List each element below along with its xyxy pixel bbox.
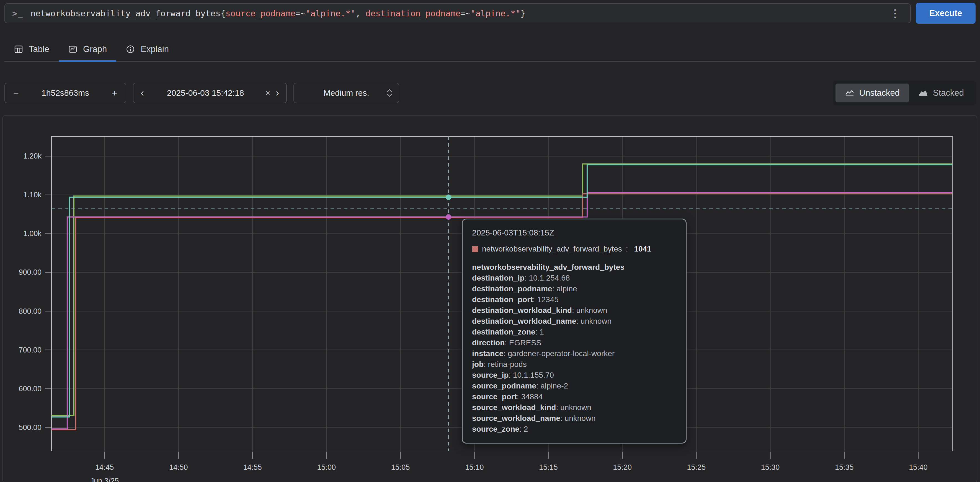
- tooltip-label-row: source_ip: 10.1.155.70: [472, 369, 676, 381]
- increase-range-button[interactable]: +: [110, 88, 119, 98]
- tooltip-label-row: destination_podname: alpine: [472, 283, 676, 294]
- tooltip-label-row: source_port: 34884: [472, 391, 676, 402]
- highlight-point: [446, 214, 451, 220]
- previous-time-button[interactable]: ‹: [139, 88, 146, 98]
- query-input[interactable]: >_ networkobservability_adv_forward_byte…: [5, 3, 911, 23]
- info-icon: [126, 44, 135, 54]
- query-segment-plain: networkobservability_adv_forward_bytes{: [30, 9, 225, 18]
- unstacked-label: Unstacked: [859, 88, 900, 98]
- query-segment-string: "alpine.*": [471, 9, 521, 18]
- x-axis-date-label: Jun 3/25: [90, 477, 119, 482]
- terminal-prompt-icon: >_: [12, 9, 23, 18]
- decrease-range-button[interactable]: −: [12, 88, 21, 98]
- highlight-point: [446, 195, 451, 200]
- graph-controls: − 1h52s863ms + ‹ 2025-06-03 15:42:18 × ›…: [0, 81, 980, 105]
- tab-explain[interactable]: Explain: [116, 36, 178, 62]
- unstacked-option[interactable]: Unstacked: [835, 84, 909, 102]
- y-tick-label: 800.00: [19, 307, 41, 316]
- tab-graph[interactable]: Graph: [59, 36, 116, 62]
- y-tick-label: 500.00: [19, 423, 41, 432]
- tab-table-label: Table: [29, 44, 49, 54]
- execute-button[interactable]: Execute: [916, 3, 975, 24]
- tab-explain-label: Explain: [141, 44, 169, 54]
- tooltip-label-list: destination_ip: 10.1.254.68destination_p…: [472, 273, 676, 434]
- query-segment-label: destination_podname: [366, 9, 460, 18]
- x-tick-label: 15:20: [613, 463, 632, 471]
- tooltip-label-row: destination_ip: 10.1.254.68: [472, 273, 676, 283]
- end-time-value[interactable]: 2025-06-03 15:42:18: [150, 88, 261, 98]
- y-tick-label: 700.00: [19, 346, 41, 354]
- y-tick-label: 1.00k: [23, 229, 42, 238]
- active-tab-underline: [59, 60, 116, 62]
- tooltip-label-row: destination_workload_name: unknown: [472, 316, 676, 327]
- range-duration-input[interactable]: − 1h52s863ms +: [5, 83, 126, 103]
- x-tick-label: 14:45: [95, 463, 114, 471]
- x-tick-label: 15:35: [835, 463, 854, 471]
- y-tick-label: 1.20k: [23, 152, 42, 160]
- y-tick-label: 1.10k: [23, 191, 42, 199]
- query-segment-plain: }: [520, 9, 525, 18]
- tab-graph-label: Graph: [83, 44, 107, 54]
- resolution-select[interactable]: Medium res.: [293, 83, 399, 103]
- tooltip-label-row: job: retina-pods: [472, 359, 676, 369]
- x-tick-label: 14:55: [243, 463, 262, 471]
- x-tick-label: 15:00: [317, 463, 336, 471]
- tooltip-label-row: direction: EGRESS: [472, 337, 676, 348]
- tooltip-series-name: networkobservability_adv_forward_bytes: [482, 244, 622, 254]
- resolution-value: Medium res.: [323, 88, 369, 98]
- tab-table[interactable]: Table: [5, 36, 59, 62]
- x-tick-label: 14:50: [169, 463, 188, 471]
- query-segment-label: source_podname: [226, 9, 296, 18]
- tooltip-label-row: destination_zone: 1: [472, 327, 676, 337]
- query-segment-string: "alpine.*": [305, 9, 356, 18]
- query-segment-plain: =~: [460, 9, 470, 18]
- tooltip-label-row: instance: gardener-operator-local-worker: [472, 348, 676, 359]
- tooltip-separator: :: [626, 244, 630, 254]
- x-tick-label: 15:15: [539, 463, 558, 471]
- tooltip-series-value: networkobservability_adv_forward_bytes: …: [472, 244, 676, 254]
- y-tick-label: 900.00: [19, 268, 41, 276]
- tooltip-metric-name: networkobservability_adv_forward_bytes: [472, 262, 676, 273]
- y-tick-label: 600.00: [19, 385, 41, 393]
- query-bar: >_ networkobservability_adv_forward_byte…: [0, 0, 980, 24]
- tooltip-label-row: source_workload_kind: unknown: [472, 402, 676, 413]
- x-tick-label: 15:30: [761, 463, 780, 471]
- series-color-swatch: [472, 246, 478, 252]
- chart-tooltip: 2025-06-03T15:08:15Z networkobservabilit…: [462, 219, 687, 444]
- x-tick-label: 15:05: [391, 463, 410, 471]
- next-time-button[interactable]: ›: [274, 88, 281, 98]
- tooltip-label-row: destination_workload_kind: unknown: [472, 305, 676, 316]
- x-tick-label: 15:40: [909, 463, 928, 471]
- tooltip-label-row: source_podname: alpine-2: [472, 381, 676, 391]
- kebab-menu-icon[interactable]: ⋮: [887, 8, 903, 19]
- select-chevrons-icon: [387, 88, 393, 98]
- clear-time-button[interactable]: ×: [265, 88, 270, 98]
- tooltip-label-row: source_workload_name: unknown: [472, 413, 676, 423]
- range-duration-value[interactable]: 1h52s863ms: [41, 88, 89, 98]
- promql-expression[interactable]: networkobservability_adv_forward_bytes{s…: [30, 9, 880, 18]
- stacked-label: Stacked: [933, 88, 964, 98]
- x-tick-label: 15:25: [687, 463, 706, 471]
- query-segment-plain: =~: [295, 9, 305, 18]
- tooltip-label-row: source_zone: 2: [472, 423, 676, 434]
- tooltip-value: 1041: [634, 244, 651, 254]
- view-tabs: Table Graph Explain: [0, 36, 980, 62]
- stacked-icon: [918, 88, 928, 98]
- tooltip-label-row: destination_port: 12345: [472, 294, 676, 305]
- stacking-toggle: Unstacked Stacked: [833, 81, 976, 105]
- graph-icon: [68, 44, 78, 54]
- tooltip-timestamp: 2025-06-03T15:08:15Z: [472, 228, 676, 238]
- table-icon: [14, 44, 23, 54]
- x-tick-label: 15:10: [465, 463, 484, 471]
- stacked-option[interactable]: Stacked: [909, 84, 974, 102]
- query-segment-plain: ,: [355, 9, 366, 18]
- end-time-picker[interactable]: ‹ 2025-06-03 15:42:18 × ›: [133, 83, 287, 103]
- unstacked-icon: [845, 88, 854, 98]
